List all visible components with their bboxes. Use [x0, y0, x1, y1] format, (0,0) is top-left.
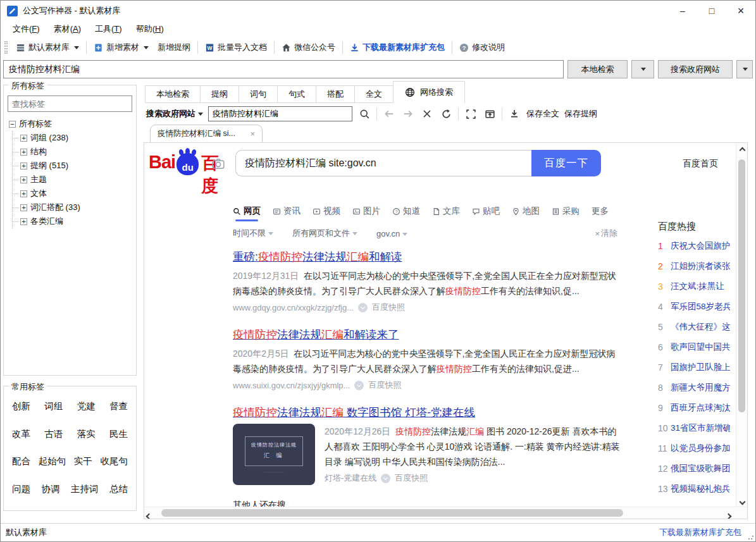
common-tag[interactable]: 主持词 [71, 483, 99, 495]
common-tag[interactable]: 收尾句 [100, 455, 128, 467]
tree-expand-icon[interactable]: + [20, 204, 27, 211]
gov-search-dropdown-button[interactable] [736, 60, 753, 78]
changelog-button[interactable]: ? 修改说明 [455, 39, 509, 56]
forward-icon[interactable] [401, 107, 415, 121]
horizontal-scroll-thumb[interactable] [161, 509, 623, 517]
baidu-search-button[interactable]: 百度一下 [531, 150, 601, 176]
baidu-nav-网页[interactable]: 网页 [233, 206, 261, 221]
tab-close-icon[interactable]: × [250, 129, 255, 139]
save-download-icon[interactable] [507, 107, 521, 121]
common-tag[interactable]: 词组 [44, 400, 63, 412]
common-tag[interactable]: 改革 [12, 428, 30, 440]
filter-gov.cn[interactable]: gov.cn [376, 229, 407, 238]
baidu-nav-更多[interactable]: 更多 [592, 206, 609, 221]
result-thumbnail[interactable]: 疫情防控法律法规汇 编———————— [233, 424, 315, 485]
common-tag[interactable]: 问题 [12, 483, 30, 495]
tree-expand-icon[interactable]: + [20, 135, 27, 142]
snapshot-chevron-icon[interactable] [354, 381, 364, 390]
tab-active-网络搜索[interactable]: 网络搜索 [393, 81, 465, 103]
add-outline-button[interactable]: 新增提纲 [153, 39, 195, 56]
hot-search-item[interactable]: 8新疆大爷用魔方 [658, 378, 730, 398]
snapshot-chevron-icon[interactable] [358, 303, 368, 312]
engine-selector[interactable]: 搜索政府网站 [146, 108, 203, 120]
hot-search-item[interactable]: 12俄国宝级歌舞团 [658, 459, 730, 479]
camera-icon[interactable] [211, 157, 225, 171]
hot-search-item[interactable]: 5《伟大征程》这 [658, 317, 730, 337]
fullscreen-icon[interactable] [464, 107, 478, 121]
tree-collapse-icon[interactable]: − [9, 121, 16, 128]
tree-item[interactable]: +词组 (238) [13, 131, 136, 145]
baidu-cache-link[interactable]: 百度快照 [395, 472, 428, 484]
search-icon[interactable] [357, 107, 371, 121]
baidu-cache-link[interactable]: 百度快照 [372, 302, 405, 313]
common-tag[interactable]: 起始句 [39, 455, 66, 467]
common-tag[interactable]: 实干 [74, 455, 92, 467]
find-tag-input[interactable] [8, 95, 132, 112]
tree-item[interactable]: +提纲 (515) [13, 159, 136, 173]
tree-item[interactable]: +主题 [13, 173, 136, 187]
scroll-down-icon[interactable] [736, 495, 748, 507]
result-title-link[interactable]: 疫情防控法律法规汇编 数字图书馆 灯塔-党建在线 [233, 405, 620, 419]
baidu-cache-link[interactable]: 百度快照 [368, 379, 401, 391]
hot-search-item[interactable]: 7国旗护卫队脸上 [658, 357, 730, 378]
gov-search-button[interactable]: 搜索政府网站 [658, 60, 733, 78]
browser-tab[interactable]: 疫情防控材料汇编 si... × [150, 125, 263, 142]
filter-所有网页和文件[interactable]: 所有网页和文件 [292, 228, 357, 239]
baidu-nav-视频[interactable]: 视频 [313, 206, 340, 221]
vertical-scrollbar[interactable] [736, 143, 747, 507]
hot-search-item[interactable]: 1庆祝大会国旗护 [658, 236, 730, 256]
common-tag[interactable]: 党建 [77, 400, 96, 412]
close-button[interactable]: × [726, 1, 755, 21]
common-tag[interactable]: 古语 [44, 428, 63, 440]
scroll-up-icon[interactable] [736, 143, 748, 154]
minimize-button[interactable]: – [668, 1, 697, 21]
maximize-button[interactable]: □ [697, 1, 726, 21]
result-title-link[interactable]: 疫情防控法律法规汇编和解读来了 [233, 328, 620, 342]
common-tag[interactable]: 配合 [12, 455, 30, 467]
baidu-nav-文库[interactable]: 文库 [432, 206, 460, 221]
baidu-nav-采购[interactable]: 采购 [552, 206, 579, 221]
snapshot-chevron-icon[interactable] [381, 474, 390, 483]
baidu-home-link[interactable]: 百度首页 [683, 150, 718, 169]
tab-词句[interactable]: 词句 [239, 85, 277, 103]
baidu-nav-地图[interactable]: 地图 [512, 206, 540, 221]
browser-query-input[interactable] [208, 106, 352, 121]
download-pack-button[interactable]: 下载最新素材库扩充包 [345, 39, 449, 56]
tree-expand-icon[interactable]: + [20, 176, 27, 183]
hot-search-item[interactable]: 11以党员身份参加 [658, 438, 730, 459]
refresh-icon[interactable] [439, 107, 453, 121]
hot-search-item[interactable]: 6歌声回望中国共 [658, 337, 730, 357]
result-title-link[interactable]: 重磅:疫情防控法律法规汇编和解读 [233, 250, 620, 264]
stop-icon[interactable] [420, 107, 434, 121]
filter-时间不限[interactable]: 时间不限 [233, 228, 273, 239]
status-download-link[interactable]: 下载最新素材库扩充包 [659, 527, 741, 538]
open-in-window-icon[interactable] [483, 107, 497, 121]
hot-search-item[interactable]: 3汪文斌:抹黑让 [658, 276, 730, 297]
tab-本地检索[interactable]: 本地检索 [145, 85, 200, 103]
baidu-nav-知道[interactable]: ?知道 [392, 206, 420, 221]
tree-root[interactable]: −所有标签 [9, 117, 136, 131]
common-tag[interactable]: 督查 [109, 400, 128, 412]
local-search-dropdown-button[interactable] [631, 60, 654, 78]
tab-提纲[interactable]: 提纲 [200, 85, 239, 103]
clear-filters-button[interactable]: ×清除 [595, 228, 617, 239]
tree-item[interactable]: +词汇搭配 (33) [13, 200, 136, 214]
vertical-scroll-thumb[interactable] [738, 159, 745, 412]
menu-item-A[interactable]: 素材(A) [47, 22, 88, 37]
add-material-button[interactable]: 新增素材 [89, 39, 153, 56]
save-outline-button[interactable]: 保存提纲 [564, 108, 597, 120]
hot-search-item[interactable]: 4军乐团58岁老兵 [658, 297, 730, 317]
common-tag[interactable]: 落实 [77, 428, 96, 440]
tab-句式[interactable]: 句式 [277, 85, 316, 103]
baidu-nav-资讯[interactable]: 资讯 [273, 206, 301, 221]
common-tag[interactable]: 民生 [109, 428, 128, 440]
save-full-button[interactable]: 保存全文 [526, 108, 559, 120]
batch-import-button[interactable]: W 批量导入文档 [201, 39, 271, 56]
resize-grip[interactable] [748, 534, 754, 540]
common-tag[interactable]: 创新 [12, 400, 30, 412]
horizontal-scrollbar[interactable] [144, 507, 747, 519]
common-tag[interactable]: 总结 [109, 483, 128, 495]
menu-item-T[interactable]: 工具(T) [88, 22, 129, 37]
app-search-input[interactable] [3, 60, 564, 78]
tab-全文[interactable]: 全文 [354, 85, 393, 103]
